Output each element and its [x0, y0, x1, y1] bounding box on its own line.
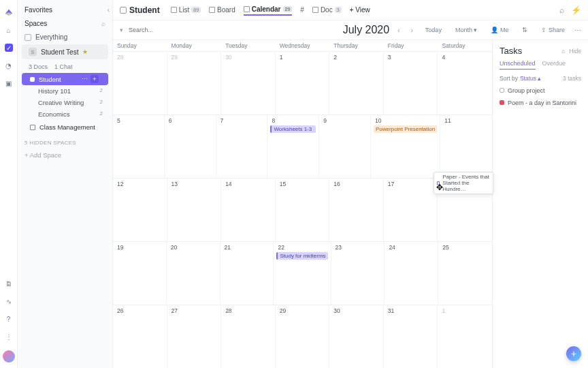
tab-calendar[interactable]: Calendar29: [244, 4, 293, 16]
calendar-event[interactable]: Worksheets 1-3: [270, 125, 316, 133]
day-header: Saturday: [438, 40, 492, 51]
filter-icon[interactable]: ▾: [120, 27, 123, 33]
docs-count[interactable]: 3 Docs: [29, 63, 48, 70]
folder-add-icon[interactable]: +: [91, 75, 99, 83]
hidden-spaces-label[interactable]: 5 HIDDEN SPACES: [18, 134, 112, 149]
tab-list[interactable]: List89: [171, 5, 201, 15]
day-header: Wednesday: [276, 40, 330, 51]
calendar-cell[interactable]: 17: [384, 179, 438, 241]
spaces-search-icon[interactable]: ⌕: [101, 20, 105, 27]
tasks-icon[interactable]: ✓: [5, 44, 13, 52]
more-icon[interactable]: ⋯: [574, 27, 581, 34]
space-student-test[interactable]: S Student Test ★: [22, 44, 108, 59]
docs-icon[interactable]: 🗎: [5, 279, 13, 288]
add-space-button[interactable]: + Add Space: [18, 149, 112, 162]
task-item[interactable]: Group project: [500, 87, 581, 94]
calendar-title: July 2020: [343, 24, 390, 36]
everything-item[interactable]: Everything: [18, 31, 112, 43]
add-view-button[interactable]: + View: [350, 6, 370, 14]
favorites-header[interactable]: Favorites: [18, 4, 105, 16]
calendar-cell[interactable]: 21: [220, 242, 274, 305]
calendar-cell[interactable]: 15: [276, 179, 330, 241]
folder-icon: [120, 7, 127, 14]
sidebar-collapse-icon[interactable]: ‹: [105, 6, 112, 14]
calendar-cell[interactable]: 14: [221, 179, 276, 241]
calendar-cell[interactable]: 1: [438, 305, 492, 368]
apps-icon[interactable]: ⋮: [5, 333, 13, 341]
hide-tasks-button[interactable]: Hide: [570, 48, 581, 55]
calendar-cell[interactable]: 13: [167, 179, 222, 241]
tab-board[interactable]: Board: [209, 5, 235, 15]
calendar-cell[interactable]: 26: [113, 305, 167, 368]
calendar-cell[interactable]: 2: [329, 52, 384, 114]
calendar-search-input[interactable]: [129, 27, 183, 33]
calendar-cell[interactable]: 30: [329, 305, 384, 368]
space-name: Student Test: [41, 48, 78, 56]
calendar-cell[interactable]: 1: [276, 52, 330, 114]
search-icon[interactable]: ⌕: [559, 5, 564, 15]
share-button[interactable]: ⇪ Share: [537, 25, 569, 35]
calendar-cell[interactable]: 7: [216, 115, 268, 178]
calendar-cell[interactable]: 6: [165, 115, 216, 178]
spaces-header[interactable]: Spaces: [24, 18, 101, 29]
app-logo[interactable]: [4, 7, 14, 16]
tab-gantt[interactable]: #: [300, 5, 304, 15]
calendar-cell[interactable]: 29: [167, 52, 222, 114]
today-button[interactable]: Today: [421, 25, 446, 35]
calendar-cell[interactable]: 10Powerpoint Presentation: [371, 115, 440, 178]
calendar-cell[interactable]: 8Worksheets 1-3: [267, 115, 319, 178]
calendar-cell[interactable]: 29: [276, 305, 330, 368]
calendar-cell[interactable]: 28: [113, 52, 167, 114]
calendar-cell[interactable]: 9: [319, 115, 371, 178]
calendar-event[interactable]: Study for midterms: [276, 252, 327, 260]
calendar-event[interactable]: Powerpoint Presentation: [374, 125, 437, 133]
goals-icon[interactable]: ▣: [5, 79, 13, 87]
home-icon[interactable]: ⌂: [5, 26, 13, 34]
task-item[interactable]: Poem - a day in Santorini: [500, 99, 581, 106]
calendar-cell[interactable]: 28: [221, 305, 276, 368]
calendar-cell[interactable]: 25: [438, 242, 492, 305]
calendar-cell[interactable]: 16: [329, 179, 384, 241]
settings-toggle[interactable]: ⇅: [518, 25, 532, 35]
tasks-panel: Tasks ⌕ Hide Unscheduled Overdue Sort by…: [493, 40, 588, 368]
user-avatar[interactable]: [3, 350, 15, 363]
calendar-cell[interactable]: 18Paper - Events that Started the Hundre…: [438, 179, 492, 241]
pulse-icon[interactable]: ∿: [5, 297, 13, 305]
tab-doc[interactable]: Doc3: [312, 5, 342, 15]
next-month-button[interactable]: ›: [408, 27, 416, 34]
calendar-cell[interactable]: 11: [440, 115, 492, 178]
calendar-cell[interactable]: 5: [113, 115, 165, 178]
calendar-cell[interactable]: 4: [438, 52, 492, 114]
calendar-cell[interactable]: 23: [331, 242, 385, 305]
create-task-fab[interactable]: +: [566, 346, 581, 361]
list-item[interactable]: Creative Writing2: [18, 97, 112, 108]
folder-student[interactable]: Student ⋯ +: [22, 73, 108, 85]
calendar-cell[interactable]: 30: [221, 52, 276, 114]
space-meta: 3 Docs 1 Chat: [18, 61, 112, 73]
breadcrumb[interactable]: Student: [120, 5, 160, 15]
list-item[interactable]: History 1012: [18, 85, 112, 97]
chat-count[interactable]: 1 Chat: [54, 63, 73, 70]
folder-more-icon[interactable]: ⋯: [80, 75, 88, 83]
calendar-cell[interactable]: 27: [167, 305, 222, 368]
tab-overdue[interactable]: Overdue: [542, 60, 566, 70]
list-item[interactable]: Economics2: [18, 108, 112, 120]
view-mode-select[interactable]: Month ▾: [451, 25, 482, 35]
prev-month-button[interactable]: ‹: [395, 27, 402, 34]
calendar-cell[interactable]: 3: [384, 52, 438, 114]
calendar-cell[interactable]: 12: [113, 179, 167, 241]
help-icon[interactable]: ?: [5, 315, 13, 323]
tab-unscheduled[interactable]: Unscheduled: [500, 60, 536, 70]
automations-icon[interactable]: ⚡: [571, 5, 581, 15]
tasks-search-icon[interactable]: ⌕: [561, 47, 566, 55]
favorite-star-icon[interactable]: ★: [82, 48, 88, 55]
me-filter[interactable]: 👤 Me: [487, 25, 512, 35]
folder-class-management[interactable]: Class Management: [18, 120, 112, 134]
calendar-cell[interactable]: 22Study for midterms: [274, 242, 331, 305]
calendar-cell[interactable]: 24: [385, 242, 438, 305]
notifications-icon[interactable]: ◔: [5, 61, 13, 70]
tasks-sort[interactable]: Sort by Status ▴ 3 tasks: [500, 75, 581, 82]
calendar-cell[interactable]: 19: [113, 242, 167, 305]
calendar-cell[interactable]: 31: [384, 305, 438, 368]
calendar-cell[interactable]: 20: [167, 242, 220, 305]
